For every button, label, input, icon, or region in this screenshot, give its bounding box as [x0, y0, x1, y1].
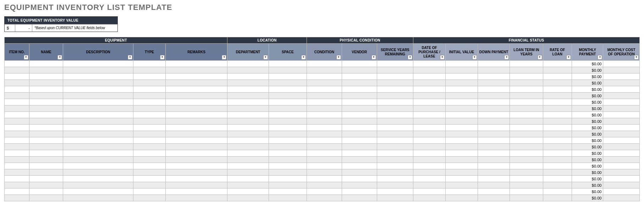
cell-loan-term[interactable]: [510, 195, 543, 201]
cell-initial-value[interactable]: [445, 150, 478, 157]
cell-department[interactable]: [227, 80, 269, 86]
cell-monthly-payment[interactable]: $0.00: [572, 195, 603, 201]
cell-monthly-payment[interactable]: $0.00: [572, 189, 603, 195]
cell-description[interactable]: [63, 105, 133, 112]
cell-rate[interactable]: [543, 105, 572, 112]
filter-dropdown-icon[interactable]: ▼: [222, 55, 226, 60]
filter-dropdown-icon[interactable]: ▼: [408, 55, 412, 60]
cell-monthly-payment[interactable]: $0.00: [572, 131, 603, 137]
filter-dropdown-icon[interactable]: ▼: [598, 55, 602, 60]
cell-initial-value[interactable]: [445, 169, 478, 176]
cell-remarks[interactable]: [165, 144, 227, 150]
cell-item-no[interactable]: [5, 157, 29, 163]
cell-description[interactable]: [63, 86, 133, 93]
cell-department[interactable]: [227, 105, 269, 112]
cell-type[interactable]: [133, 163, 166, 169]
cell-description[interactable]: [63, 93, 133, 99]
cell-department[interactable]: [227, 176, 269, 182]
cell-condition[interactable]: [307, 80, 342, 86]
cell-service-years[interactable]: [377, 105, 413, 112]
cell-rate[interactable]: [543, 131, 572, 137]
cell-space[interactable]: [269, 144, 307, 150]
cell-condition[interactable]: [307, 105, 342, 112]
filter-dropdown-icon[interactable]: ▼: [160, 55, 165, 60]
cell-name[interactable]: [29, 144, 63, 150]
cell-date-purchase[interactable]: [413, 86, 446, 93]
cell-item-no[interactable]: [5, 189, 29, 195]
cell-space[interactable]: [269, 118, 307, 125]
cell-name[interactable]: [29, 118, 63, 125]
cell-date-purchase[interactable]: [413, 73, 446, 80]
cell-name[interactable]: [29, 137, 63, 144]
cell-description[interactable]: [63, 176, 133, 182]
cell-space[interactable]: [269, 169, 307, 176]
cell-service-years[interactable]: [377, 189, 413, 195]
cell-remarks[interactable]: [165, 86, 227, 93]
cell-loan-term[interactable]: [510, 144, 543, 150]
cell-space[interactable]: [269, 61, 307, 67]
cell-condition[interactable]: [307, 169, 342, 176]
cell-item-no[interactable]: [5, 125, 29, 131]
cell-name[interactable]: [29, 163, 63, 169]
cell-condition[interactable]: [307, 112, 342, 118]
cell-down-payment[interactable]: [478, 176, 510, 182]
cell-condition[interactable]: [307, 195, 342, 201]
cell-date-purchase[interactable]: [413, 137, 446, 144]
cell-date-purchase[interactable]: [413, 112, 446, 118]
cell-description[interactable]: [63, 163, 133, 169]
cell-initial-value[interactable]: [445, 61, 478, 67]
cell-loan-term[interactable]: [510, 137, 543, 144]
cell-rate[interactable]: [543, 176, 572, 182]
cell-rate[interactable]: [543, 182, 572, 189]
cell-service-years[interactable]: [377, 112, 413, 118]
cell-loan-term[interactable]: [510, 169, 543, 176]
cell-date-purchase[interactable]: [413, 150, 446, 157]
cell-monthly-cost[interactable]: [603, 118, 640, 125]
cell-space[interactable]: [269, 176, 307, 182]
cell-monthly-cost[interactable]: [603, 195, 640, 201]
cell-condition[interactable]: [307, 137, 342, 144]
cell-type[interactable]: [133, 169, 166, 176]
cell-monthly-cost[interactable]: [603, 131, 640, 137]
cell-condition[interactable]: [307, 61, 342, 67]
cell-rate[interactable]: [543, 163, 572, 169]
cell-down-payment[interactable]: [478, 157, 510, 163]
cell-rate[interactable]: [543, 80, 572, 86]
cell-department[interactable]: [227, 118, 269, 125]
cell-rate[interactable]: [543, 137, 572, 144]
cell-vendor[interactable]: [342, 125, 377, 131]
cell-description[interactable]: [63, 131, 133, 137]
cell-condition[interactable]: [307, 99, 342, 105]
cell-type[interactable]: [133, 105, 166, 112]
cell-type[interactable]: [133, 131, 166, 137]
cell-initial-value[interactable]: [445, 176, 478, 182]
cell-department[interactable]: [227, 112, 269, 118]
cell-service-years[interactable]: [377, 137, 413, 144]
cell-vendor[interactable]: [342, 112, 377, 118]
cell-rate[interactable]: [543, 118, 572, 125]
cell-monthly-payment[interactable]: $0.00: [572, 105, 603, 112]
cell-type[interactable]: [133, 67, 166, 73]
cell-vendor[interactable]: [342, 176, 377, 182]
cell-service-years[interactable]: [377, 86, 413, 93]
cell-rate[interactable]: [543, 189, 572, 195]
filter-dropdown-icon[interactable]: ▼: [371, 55, 376, 60]
cell-department[interactable]: [227, 73, 269, 80]
cell-department[interactable]: [227, 157, 269, 163]
cell-rate[interactable]: [543, 169, 572, 176]
cell-monthly-payment[interactable]: $0.00: [572, 86, 603, 93]
cell-down-payment[interactable]: [478, 131, 510, 137]
cell-description[interactable]: [63, 195, 133, 201]
summary-currency[interactable]: $: [5, 24, 15, 32]
cell-type[interactable]: [133, 118, 166, 125]
cell-description[interactable]: [63, 150, 133, 157]
cell-condition[interactable]: [307, 150, 342, 157]
cell-remarks[interactable]: [165, 93, 227, 99]
cell-rate[interactable]: [543, 112, 572, 118]
cell-vendor[interactable]: [342, 157, 377, 163]
cell-description[interactable]: [63, 157, 133, 163]
cell-monthly-payment[interactable]: $0.00: [572, 93, 603, 99]
cell-monthly-cost[interactable]: [603, 61, 640, 67]
cell-service-years[interactable]: [377, 144, 413, 150]
cell-department[interactable]: [227, 195, 269, 201]
